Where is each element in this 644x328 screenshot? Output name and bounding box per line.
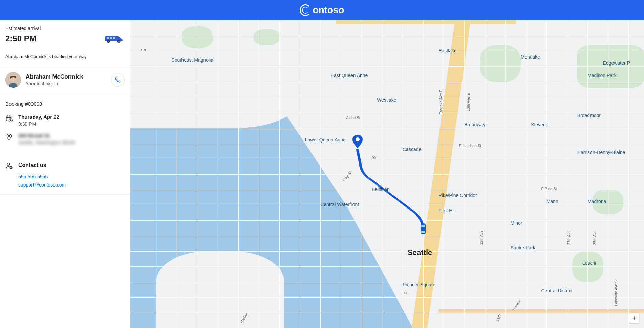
eta-time: 2:50 PM bbox=[5, 34, 36, 43]
brand-logo: ontoso bbox=[300, 4, 344, 16]
zoom-in-button[interactable]: + bbox=[629, 313, 639, 323]
booking-number: Booking #00003 bbox=[5, 101, 125, 107]
location-pin-icon bbox=[5, 133, 13, 141]
svg-point-14 bbox=[8, 135, 10, 137]
header: ontoso bbox=[0, 0, 644, 20]
address-line1: 400 Broad St. bbox=[18, 133, 125, 138]
technician-name: Abraham McCormick bbox=[26, 73, 106, 80]
brand-text: ontoso bbox=[313, 5, 344, 16]
technician-role: Your technician bbox=[26, 81, 106, 86]
sidebar: Estimated arrival 2:50 PM Abraham McCorm… bbox=[0, 20, 130, 328]
svg-rect-20 bbox=[421, 231, 425, 233]
contact-phone-link[interactable]: 555-555-5555 bbox=[18, 174, 125, 179]
svg-point-4 bbox=[108, 41, 109, 42]
svg-rect-0 bbox=[107, 37, 109, 39]
headset-person-icon bbox=[5, 162, 13, 169]
svg-rect-2 bbox=[113, 37, 115, 39]
logo-icon bbox=[300, 4, 311, 16]
svg-point-6 bbox=[118, 41, 120, 42]
phone-icon bbox=[114, 76, 121, 83]
call-button[interactable] bbox=[111, 73, 125, 87]
eta-label: Estimated arrival bbox=[5, 26, 125, 31]
technician-block: Abraham McCormick Your technician bbox=[0, 66, 130, 94]
booking-block: Booking #00003 Thursday, Apr 22 9:30 PM bbox=[0, 94, 130, 154]
booking-datetime-row: Thursday, Apr 22 9:30 PM bbox=[5, 114, 125, 127]
svg-point-15 bbox=[7, 163, 10, 166]
svg-point-17 bbox=[356, 137, 360, 141]
svg-rect-19 bbox=[421, 225, 425, 227]
address-line2: Seattle, Washington 98109 bbox=[18, 140, 125, 145]
booking-address-row: 400 Broad St. Seattle, Washington 98109 bbox=[5, 133, 125, 145]
map[interactable]: Seattle EastlakeSoutheast MagnoliaMontla… bbox=[130, 20, 644, 328]
vehicle-marker bbox=[419, 222, 427, 237]
heading-text: Abraham McCormick is heading your way bbox=[5, 49, 125, 62]
svg-rect-1 bbox=[110, 37, 112, 39]
van-icon bbox=[104, 33, 125, 44]
calendar-clock-icon bbox=[5, 115, 13, 122]
booking-date: Thursday, Apr 22 bbox=[18, 114, 125, 120]
contact-title: Contact us bbox=[18, 162, 46, 168]
divider bbox=[0, 194, 130, 195]
eta-block: Estimated arrival 2:50 PM Abraham McCorm… bbox=[0, 20, 130, 66]
destination-pin bbox=[352, 135, 363, 150]
contact-block: Contact us 555-555-5555 support@contoso.… bbox=[0, 154, 130, 194]
technician-avatar bbox=[5, 72, 21, 88]
booking-time: 9:30 PM bbox=[18, 121, 125, 127]
contact-email-link[interactable]: support@contoso.com bbox=[18, 182, 125, 188]
